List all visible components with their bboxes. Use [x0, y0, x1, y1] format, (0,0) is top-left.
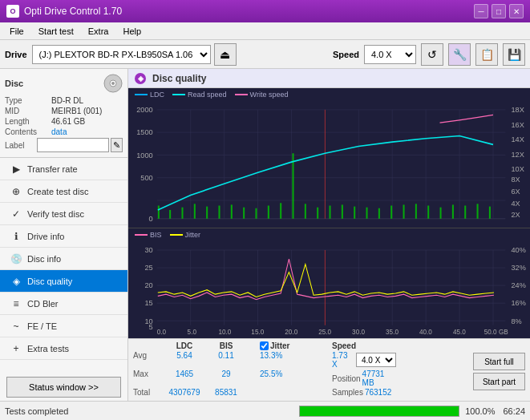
svg-rect-35 — [342, 204, 343, 218]
nav-list: ▶Transfer rate⊕Create test disc✓Verify t… — [0, 158, 127, 360]
legend-bis: BIS — [135, 231, 162, 239]
close-button[interactable]: ✕ — [509, 4, 524, 18]
statusbar: Tests completed 100.0% 66:24 — [0, 401, 530, 420]
status-window-button[interactable]: Status window >> — [6, 377, 121, 398]
stats-table: LDC BIS Jitter Speed Avg — [133, 341, 470, 397]
maximize-button[interactable]: □ — [492, 4, 506, 18]
window-controls: ─ □ ✕ — [474, 4, 524, 18]
menu-starttest[interactable]: Start test — [32, 25, 80, 38]
svg-rect-37 — [366, 208, 368, 219]
label-input[interactable] — [37, 138, 109, 152]
legend-jitter-label: Jitter — [185, 231, 201, 239]
svg-text:4X: 4X — [511, 198, 520, 207]
speed-header-cell: Speed — [332, 341, 396, 350]
mid-label: MID — [5, 107, 51, 115]
nav-icon-disc-quality: ◈ — [10, 275, 22, 288]
max-ldc: 1465 — [164, 370, 205, 387]
save-button[interactable]: 💾 — [503, 43, 525, 66]
legend-read-label: Read speed — [188, 91, 227, 99]
jitter-header-cell: Jitter — [260, 341, 332, 350]
bottom-chart: 0.0 5.0 10.0 15.0 20.0 25.0 30.0 35.0 40… — [128, 241, 530, 338]
jitter-checkbox[interactable] — [260, 341, 269, 350]
svg-text:500: 500 — [140, 173, 152, 182]
jitter-color — [170, 234, 183, 236]
nav-label-verify-test: Verify test disc — [27, 209, 84, 219]
speed-select[interactable]: 4.0 X — [364, 45, 416, 64]
nav-label-cd-bler: CD Bler — [27, 299, 59, 309]
svg-rect-24 — [206, 207, 208, 219]
legend-ldc-label: LDC — [150, 91, 164, 99]
elapsed-time: 66:24 — [503, 406, 525, 416]
total-samples: 763152 — [365, 388, 391, 397]
nav-icon-verify-test: ✓ — [10, 208, 22, 220]
start-full-button[interactable]: Start full — [473, 353, 525, 370]
svg-text:6X: 6X — [511, 187, 520, 196]
settings-button[interactable]: 🔧 — [448, 43, 471, 66]
bis-color — [135, 234, 148, 236]
svg-text:16%: 16% — [511, 298, 526, 307]
menu-help[interactable]: Help — [116, 25, 148, 38]
svg-text:1000: 1000 — [136, 150, 152, 159]
max-jitter: 25.5% — [260, 370, 332, 387]
nav-item-drive-info[interactable]: ℹDrive info — [0, 225, 127, 248]
disc-panel: Disc Type BD-R DL MID MEIRB1 (001) Lengt… — [0, 69, 127, 158]
nav-item-create-test[interactable]: ⊕Create test disc — [0, 180, 127, 203]
minimize-button[interactable]: ─ — [474, 4, 488, 18]
svg-rect-31 — [292, 153, 293, 219]
nav-item-extra-tests[interactable]: +Extra tests — [0, 337, 127, 360]
svg-text:20.0: 20.0 — [285, 327, 297, 335]
svg-text:40.0: 40.0 — [419, 327, 432, 335]
svg-rect-34 — [330, 206, 331, 219]
sidebar: Disc Type BD-R DL MID MEIRB1 (001) Lengt… — [0, 69, 128, 401]
top-legend: LDC Read speed Write speed — [128, 88, 530, 101]
speed-dropdown[interactable]: 4.0 X — [356, 353, 396, 367]
menu-file[interactable]: File — [3, 25, 30, 38]
svg-text:40%: 40% — [511, 245, 526, 254]
svg-text:32%: 32% — [511, 263, 526, 272]
max-label: Max — [133, 370, 164, 387]
avg-bis: 0.11 — [205, 351, 247, 369]
chart-area: ◈ Disc quality LDC Read speed Write spee… — [128, 69, 530, 401]
nav-item-cd-bler[interactable]: ≡CD Bler — [0, 293, 127, 315]
contents-label: Contents — [5, 127, 51, 136]
nav-icon-fe-te: ~ — [10, 320, 22, 333]
svg-rect-23 — [194, 204, 196, 218]
svg-rect-43 — [440, 208, 442, 219]
svg-text:2000: 2000 — [136, 105, 152, 114]
refresh-button[interactable]: ↺ — [421, 43, 443, 66]
svg-text:25: 25 — [144, 263, 152, 272]
label-edit-button[interactable]: ✎ — [111, 138, 123, 152]
top-chart-svg: 2000 1500 1000 500 0 18X 16X 14X 12X 10X… — [128, 101, 530, 228]
main-content: Disc Type BD-R DL MID MEIRB1 (001) Lengt… — [0, 69, 530, 401]
legend-bis-label: BIS — [150, 231, 162, 239]
nav-label-disc-quality: Disc quality — [27, 277, 72, 286]
svg-rect-30 — [280, 203, 281, 219]
total-bis: 85831 — [205, 388, 247, 397]
nav-item-transfer-rate[interactable]: ▶Transfer rate — [0, 158, 127, 180]
start-part-button[interactable]: Start part — [473, 373, 525, 390]
nav-icon-create-test: ⊕ — [10, 185, 22, 198]
nav-icon-disc-info: 💿 — [10, 252, 22, 265]
total-label: Total — [133, 388, 164, 397]
type-value: BD-R DL — [51, 96, 83, 105]
info-button[interactable]: 📋 — [475, 43, 498, 66]
chart-title: Disc quality — [152, 73, 206, 84]
nav-item-fe-te[interactable]: ~FE / TE — [0, 315, 127, 337]
label-label: Label — [5, 141, 37, 150]
nav-item-verify-test[interactable]: ✓Verify test disc — [0, 203, 127, 225]
max-bis: 29 — [205, 370, 247, 387]
menu-extra[interactable]: Extra — [82, 25, 115, 38]
chart-header-icon: ◈ — [135, 73, 146, 84]
svg-rect-47 — [489, 207, 491, 219]
svg-rect-40 — [403, 204, 405, 218]
progress-bar-outer — [299, 406, 459, 417]
nav-item-disc-quality[interactable]: ◈Disc quality — [0, 270, 127, 293]
legend-ldc: LDC — [135, 91, 164, 99]
nav-item-disc-info[interactable]: 💿Disc info — [0, 248, 127, 270]
eject-button[interactable]: ⏏ — [214, 43, 237, 66]
svg-text:16X: 16X — [511, 119, 524, 128]
drive-select[interactable]: (J:) PLEXTOR BD-R PX-LB950SA 1.06 — [32, 45, 211, 64]
nav-label-transfer-rate: Transfer rate — [27, 164, 78, 174]
nav-label-create-test: Create test disc — [27, 187, 88, 196]
samples-cell: Samples 763152 — [332, 388, 396, 397]
